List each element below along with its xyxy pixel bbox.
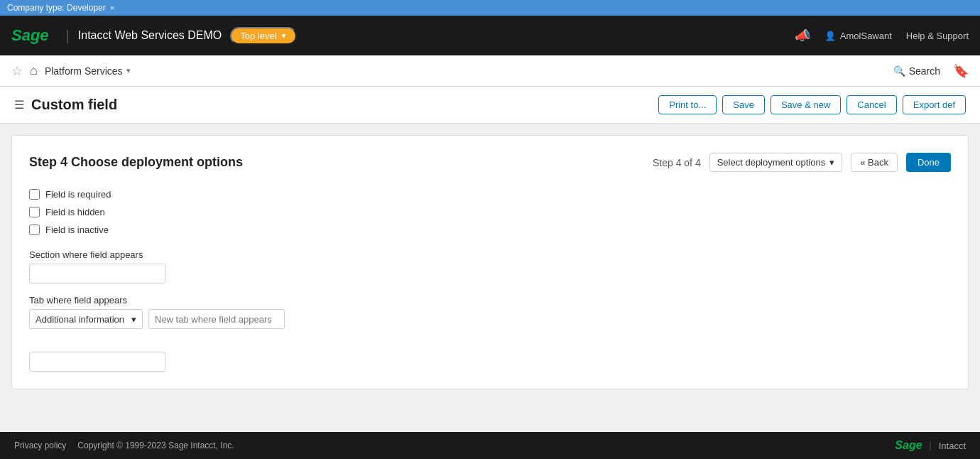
copyright-text: Copyright © 1999-2023 Sage Intacct, Inc. (77, 441, 234, 450)
company-bar: Company type: Developer × (0, 0, 980, 16)
search-icon: 🔍 (893, 65, 905, 77)
footer-right: Sage | Intacct (895, 439, 966, 452)
help-support-link[interactable]: Help & Support (906, 31, 969, 41)
cancel-button[interactable]: Cancel (846, 95, 896, 114)
company-type-label: Company type: Developer (7, 3, 106, 13)
footer-divider: | (930, 441, 932, 450)
step-header: Step 4 Choose deployment options Step 4 … (29, 153, 951, 172)
done-button[interactable]: Done (906, 153, 951, 172)
tab-dropdown-value: Additional information (36, 314, 124, 325)
footer: Privacy policy Copyright © 1999-2023 Sag… (0, 432, 980, 459)
page-header: ☰ Custom field Print to... Save Save & n… (0, 87, 980, 124)
tab-dropdown[interactable]: Additional information ▾ (29, 309, 143, 329)
field-inactive-checkbox[interactable] (29, 225, 40, 235)
field-inactive-label: Field is inactive (45, 225, 109, 235)
form-card: Step 4 Choose deployment options Step 4 … (11, 135, 969, 389)
company-bar-close[interactable]: × (110, 4, 114, 12)
section-field-label: Section where field appears (29, 249, 951, 260)
platform-services-nav[interactable]: Platform Services ▾ (45, 65, 131, 77)
nav-right-area: 📣 👤 AmolSawant Help & Support (795, 28, 969, 43)
platform-services-label: Platform Services (45, 65, 123, 77)
top-nav: Sage | Intacct Web Services DEMO Top lev… (0, 16, 980, 55)
platform-chevron-icon: ▾ (126, 66, 131, 75)
nav-divider: | (66, 28, 70, 44)
search-area: 🔍 Search 🔖 (893, 63, 969, 79)
footer-sage-logo: Sage (895, 439, 922, 452)
sage-logo: Sage (11, 26, 49, 45)
footer-left: Privacy policy Copyright © 1999-2023 Sag… (14, 441, 234, 450)
tab-dropdown-chevron-icon: ▾ (131, 314, 136, 325)
step-dropdown-label: Select deployment options (717, 157, 825, 168)
top-level-label: Top level (240, 31, 276, 41)
secondary-nav: ☆ ⌂ Platform Services ▾ 🔍 Search 🔖 (0, 55, 980, 87)
top-level-button[interactable]: Top level ▼ (230, 27, 297, 45)
field-inactive-row: Field is inactive (29, 225, 951, 235)
section-field-input[interactable] (29, 264, 165, 284)
privacy-policy-link[interactable]: Privacy policy (14, 441, 66, 450)
list-icon: ☰ (14, 98, 24, 112)
field-hidden-checkbox[interactable] (29, 207, 40, 217)
field-required-label: Field is required (45, 189, 111, 200)
field-required-checkbox[interactable] (29, 189, 40, 200)
main-content: Step 4 Choose deployment options Step 4 … (0, 124, 980, 432)
checkbox-group: Field is required Field is hidden Field … (29, 189, 951, 235)
app-title: Intacct Web Services DEMO (78, 29, 222, 42)
step-title: Step 4 Choose deployment options (29, 155, 243, 170)
footer-intacct-label: Intacct (939, 441, 966, 451)
page-title: Custom field (31, 97, 117, 113)
header-actions: Print to... Save Save & new Cancel Expor… (658, 95, 966, 114)
user-icon: 👤 (824, 31, 836, 41)
save-button[interactable]: Save (722, 95, 765, 114)
user-menu[interactable]: 👤 AmolSawant (824, 31, 892, 41)
step-deployment-dropdown[interactable]: Select deployment options ▾ (709, 153, 842, 172)
save-new-button[interactable]: Save & new (771, 95, 841, 114)
tab-field-label: Tab where field appears (29, 295, 951, 306)
top-level-chevron-icon: ▼ (281, 32, 288, 40)
favorites-star-icon[interactable]: ☆ (11, 63, 23, 79)
search-nav[interactable]: 🔍 Search (893, 65, 940, 77)
step-nav: Step 4 of 4 Select deployment options ▾ … (653, 153, 951, 172)
search-label: Search (909, 65, 940, 77)
new-tab-input[interactable] (148, 309, 285, 329)
tab-field-group: Tab where field appears Additional infor… (29, 295, 951, 329)
export-def-button[interactable]: Export def (903, 95, 966, 114)
tab-row: Additional information ▾ (29, 309, 951, 329)
step-indicator: Step 4 of 4 (653, 157, 701, 168)
section-field-group: Section where field appears (29, 249, 951, 284)
bookmark-icon[interactable]: 🔖 (953, 63, 969, 79)
user-name: AmolSawant (840, 31, 892, 41)
field-hidden-row: Field is hidden (29, 207, 951, 217)
megaphone-icon[interactable]: 📣 (795, 28, 810, 43)
home-icon[interactable]: ⌂ (30, 63, 38, 78)
page-title-area: ☰ Custom field (14, 97, 117, 113)
extra-field-input[interactable] (29, 352, 165, 372)
back-button[interactable]: « Back (851, 153, 898, 172)
field-required-row: Field is required (29, 189, 951, 200)
field-hidden-label: Field is hidden (45, 207, 105, 217)
print-to-button[interactable]: Print to... (658, 95, 717, 114)
step-dropdown-chevron-icon: ▾ (829, 157, 834, 168)
